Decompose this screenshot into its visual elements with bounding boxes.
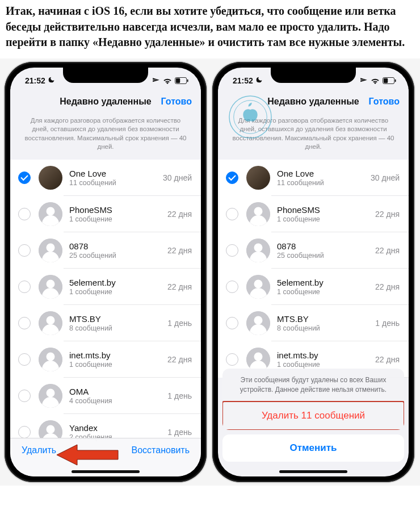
- days-remaining: 22 дня: [375, 210, 409, 219]
- conversation-name: inet.mts.by: [69, 350, 167, 360]
- days-remaining: 30 дней: [371, 173, 409, 182]
- contact-placeholder-avatar: [39, 311, 62, 335]
- svg-point-24: [254, 207, 263, 215]
- wifi-icon: [163, 77, 172, 84]
- home-indicator: [279, 470, 347, 473]
- contact-placeholder-avatar: [246, 348, 270, 371]
- message-count: 1 сообщение: [69, 215, 167, 223]
- status-time: 21:52: [233, 76, 253, 85]
- nav-title: Недавно удаленные: [267, 97, 359, 107]
- svg-point-12: [47, 352, 55, 361]
- restore-button[interactable]: Восстановить: [132, 445, 190, 455]
- select-radio[interactable]: [226, 281, 238, 293]
- message-count: 1 сообщение: [277, 361, 375, 369]
- list-item[interactable]: One Love11 сообщений30 дней: [218, 160, 409, 196]
- select-radio[interactable]: [18, 426, 31, 438]
- days-remaining: 22 дня: [375, 355, 409, 364]
- conversation-name: One Love: [69, 169, 163, 178]
- days-remaining: 22 дня: [167, 246, 201, 255]
- sheet-message: Эти сообщения будут удалены со всех Ваши…: [222, 369, 404, 401]
- message-count: 1 сообщение: [69, 288, 167, 296]
- confirm-sheet: Эти сообщения будут удалены со всех Ваши…: [218, 369, 409, 476]
- message-count: 1 сообщение: [69, 361, 167, 369]
- conversation-name: PhoneSMS: [69, 205, 167, 215]
- svg-point-32: [254, 352, 263, 361]
- conversation-name: 5element.by: [277, 278, 375, 287]
- days-remaining: 30 дней: [163, 173, 201, 182]
- select-radio[interactable]: [226, 208, 238, 220]
- list-item[interactable]: 5element.by1 сообщение22 дня: [10, 269, 201, 305]
- dnd-moon-icon: [48, 76, 55, 85]
- days-remaining: 22 дня: [375, 246, 409, 255]
- sheet-cancel-button[interactable]: Отменить: [222, 434, 404, 462]
- svg-rect-2: [187, 80, 188, 82]
- nav-done-button[interactable]: Готово: [161, 97, 192, 107]
- contact-placeholder-avatar: [39, 384, 62, 408]
- list-item[interactable]: 5element.by1 сообщение22 дня: [218, 269, 409, 305]
- select-radio[interactable]: [18, 281, 31, 293]
- screen-left: 21:52 Неда: [10, 68, 201, 476]
- svg-rect-22: [395, 80, 396, 82]
- message-count: 4 сообщения: [69, 397, 167, 405]
- wifi-icon: [371, 77, 380, 84]
- contact-placeholder-avatar: [246, 275, 270, 299]
- select-radio[interactable]: [226, 244, 238, 257]
- dnd-moon-icon: [255, 76, 263, 85]
- delete-button[interactable]: Удалить: [22, 445, 56, 455]
- list-item[interactable]: 087825 сообщений22 дня: [218, 232, 409, 269]
- svg-point-14: [47, 388, 55, 397]
- days-remaining: 1 день: [167, 319, 201, 328]
- contact-placeholder-avatar: [246, 311, 270, 335]
- svg-point-10: [47, 316, 55, 324]
- battery-icon: [175, 77, 188, 84]
- contact-placeholder-avatar: [39, 202, 62, 226]
- message-count: 25 сообщений: [277, 252, 375, 260]
- select-radio[interactable]: [226, 317, 238, 329]
- conversation-name: 0878: [277, 241, 375, 251]
- conversation-name: MTS.BY: [277, 314, 375, 324]
- conversation-name: inet.mts.by: [277, 350, 375, 360]
- list-item[interactable]: PhoneSMS1 сообщение22 дня: [218, 196, 409, 232]
- message-count: 8 сообщений: [69, 324, 167, 332]
- select-radio[interactable]: [18, 353, 31, 366]
- svg-point-30: [254, 316, 263, 324]
- days-remaining: 22 дня: [167, 355, 201, 364]
- select-radio[interactable]: [226, 172, 238, 184]
- list-item[interactable]: 087825 сообщений22 дня: [10, 232, 201, 269]
- list-item[interactable]: MTS.BY8 сообщений1 день: [218, 305, 409, 341]
- list-item[interactable]: PhoneSMS1 сообщение22 дня: [10, 196, 201, 232]
- conversation-name: PhoneSMS: [277, 205, 375, 215]
- list-item[interactable]: inet.mts.by1 сообщение22 дня: [10, 341, 201, 378]
- contact-photo-avatar: [39, 166, 62, 190]
- conversation-name: MTS.BY: [69, 314, 167, 324]
- sheet-delete-button[interactable]: Удалить 11 сообщений: [222, 401, 404, 430]
- conversation-name: OMA: [69, 387, 167, 396]
- select-radio[interactable]: [18, 208, 31, 220]
- select-radio[interactable]: [18, 390, 31, 402]
- conversation-list-right: One Love11 сообщений30 днейPhoneSMS1 соо…: [218, 160, 409, 378]
- conversation-name: 5element.by: [69, 278, 167, 287]
- svg-point-16: [47, 425, 55, 433]
- message-count: 1 сообщение: [277, 215, 375, 223]
- select-radio[interactable]: [18, 317, 31, 329]
- list-description: Для каждого разговора отображается колич…: [10, 114, 201, 160]
- select-radio[interactable]: [226, 353, 238, 366]
- list-item[interactable]: OMA4 сообщения1 день: [10, 378, 201, 414]
- article-paragraph: Итак, начиная с iOS 16, если вы хотите у…: [0, 0, 420, 58]
- conversation-name: One Love: [277, 169, 371, 178]
- phone-left: 21:52 Неда: [5, 62, 207, 482]
- days-remaining: 22 дня: [167, 282, 201, 291]
- contact-placeholder-avatar: [39, 239, 62, 262]
- select-radio[interactable]: [18, 244, 31, 257]
- list-item[interactable]: MTS.BY8 сообщений1 день: [10, 305, 201, 341]
- svg-rect-21: [384, 78, 388, 83]
- days-remaining: 22 дня: [375, 282, 409, 291]
- notch: [63, 68, 148, 83]
- list-item[interactable]: One Love11 сообщений30 дней: [10, 160, 201, 196]
- nav-done-button[interactable]: Готово: [369, 97, 400, 107]
- svg-point-8: [47, 279, 55, 288]
- battery-icon: [383, 77, 396, 84]
- airplane-icon: [360, 77, 368, 85]
- select-radio[interactable]: [18, 172, 31, 184]
- message-count: 8 сообщений: [277, 324, 375, 332]
